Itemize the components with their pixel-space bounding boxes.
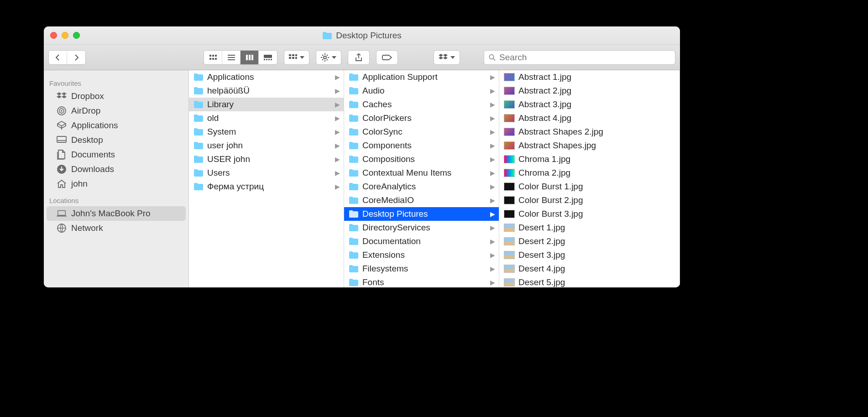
folder-row[interactable]: ColorPickers▶ — [344, 111, 499, 125]
row-label: Documentation — [362, 236, 421, 246]
close-button[interactable] — [50, 32, 57, 39]
folder-row[interactable]: USER john▶ — [189, 152, 344, 166]
search-input[interactable] — [499, 52, 670, 63]
row-label: old — [207, 113, 219, 123]
folder-row[interactable]: Desktop Pictures▶ — [344, 207, 499, 221]
folder-row[interactable]: helpäöüßÜ▶ — [189, 84, 344, 98]
folder-row[interactable]: DirectoryServices▶ — [344, 221, 499, 235]
row-label: Library — [207, 99, 234, 109]
file-row[interactable]: Abstract 2.jpg — [499, 84, 680, 98]
image-thumbnail — [504, 182, 515, 191]
folder-row[interactable]: Compositions▶ — [344, 152, 499, 166]
airdrop-icon — [57, 106, 67, 116]
file-row[interactable]: Chroma 1.jpg — [499, 152, 680, 166]
folder-row[interactable]: System▶ — [189, 125, 344, 139]
sidebar-item-applications[interactable]: Applications — [47, 118, 186, 133]
sidebar-item-documents[interactable]: Documents — [47, 147, 186, 162]
file-row[interactable]: Desert 4.jpg — [499, 262, 680, 276]
file-row[interactable]: Desert 2.jpg — [499, 235, 680, 248]
folder-row[interactable]: Filesystems▶ — [344, 262, 499, 276]
folder-row[interactable]: Caches▶ — [344, 98, 499, 111]
folder-row[interactable]: Extensions▶ — [344, 248, 499, 262]
folder-row[interactable]: CoreAnalytics▶ — [344, 180, 499, 193]
chevron-right-icon: ▶ — [490, 115, 495, 122]
action-button[interactable] — [316, 50, 341, 65]
tag-icon — [382, 54, 392, 61]
arrange-button[interactable] — [284, 50, 309, 65]
chevron-right-icon: ▶ — [490, 183, 495, 190]
minimize-button[interactable] — [62, 32, 68, 39]
chevron-right-icon: ▶ — [335, 73, 340, 81]
row-label: Chroma 2.jpg — [518, 168, 570, 178]
svg-rect-41 — [57, 216, 67, 217]
documents-icon — [57, 150, 67, 160]
sidebar-item-john-s-macbook-pro[interactable]: John's MacBook Pro — [47, 206, 186, 221]
chevron-right-icon: ▶ — [490, 197, 495, 204]
zoom-button[interactable] — [73, 32, 80, 39]
file-row[interactable]: Color Burst 3.jpg — [499, 207, 680, 221]
chevron-right-icon: ▶ — [335, 128, 340, 136]
chevron-right-icon: ▶ — [490, 265, 495, 272]
gallery-view-button[interactable] — [259, 51, 277, 64]
sidebar-item-label: Documents — [71, 150, 115, 160]
file-row[interactable]: Abstract Shapes.jpg — [499, 139, 680, 152]
folder-row[interactable]: CoreMediaIO▶ — [344, 193, 499, 207]
folder-row[interactable]: Fonts▶ — [344, 276, 499, 287]
dropbox-button[interactable] — [434, 50, 460, 65]
file-row[interactable]: Desert 3.jpg — [499, 248, 680, 262]
file-row[interactable]: Abstract 3.jpg — [499, 98, 680, 111]
tags-button[interactable] — [376, 50, 398, 65]
sidebar-item-network[interactable]: Network — [47, 221, 186, 235]
row-label: Abstract Shapes 2.jpg — [518, 127, 603, 137]
row-label: Abstract Shapes.jpg — [518, 141, 596, 151]
sidebar-item-downloads[interactable]: Downloads — [47, 162, 186, 177]
sidebar-item-airdrop[interactable]: AirDrop — [47, 104, 186, 118]
folder-icon — [193, 141, 204, 150]
folder-row[interactable]: ColorSync▶ — [344, 125, 499, 139]
folder-row[interactable]: Documentation▶ — [344, 235, 499, 248]
sidebar-item-john[interactable]: john — [47, 177, 186, 191]
folder-row[interactable]: user john▶ — [189, 139, 344, 152]
column-view-button[interactable] — [241, 51, 259, 64]
folder-row[interactable]: old▶ — [189, 111, 344, 125]
file-row[interactable]: Abstract 1.jpg — [499, 70, 680, 84]
sidebar-item-desktop[interactable]: Desktop — [47, 133, 186, 147]
file-row[interactable]: Desert 5.jpg — [499, 276, 680, 287]
file-row[interactable]: Color Burst 2.jpg — [499, 193, 680, 207]
share-button[interactable] — [348, 50, 370, 65]
file-row[interactable]: Abstract 4.jpg — [499, 111, 680, 125]
file-row[interactable]: Color Burst 1.jpg — [499, 180, 680, 193]
folder-row[interactable]: Users▶ — [189, 166, 344, 180]
home-icon — [57, 179, 67, 189]
back-button[interactable] — [49, 51, 67, 64]
downloads-icon — [57, 164, 67, 174]
forward-button[interactable] — [67, 51, 85, 64]
image-thumbnail — [504, 100, 515, 109]
row-label: Compositions — [362, 154, 415, 164]
file-row[interactable]: Chroma 2.jpg — [499, 166, 680, 180]
folder-icon — [322, 31, 332, 40]
svg-line-28 — [322, 55, 323, 56]
folder-row[interactable]: Contextual Menu Items▶ — [344, 166, 499, 180]
row-label: USER john — [207, 154, 250, 164]
folder-row[interactable]: Audio▶ — [344, 84, 499, 98]
folder-row[interactable]: Applications▶ — [189, 70, 344, 84]
share-icon — [355, 53, 362, 62]
folder-row[interactable]: Library▶ — [189, 98, 344, 111]
nav-buttons — [48, 50, 86, 65]
row-label: Abstract 3.jpg — [518, 99, 571, 109]
icon-view-button[interactable] — [204, 51, 222, 64]
list-view-button[interactable] — [222, 51, 241, 64]
search-field-container — [484, 50, 675, 65]
chevron-right-icon: ▶ — [490, 142, 495, 149]
file-row[interactable]: Desert 1.jpg — [499, 221, 680, 235]
folder-row[interactable]: Application Support▶ — [344, 70, 499, 84]
folder-row[interactable]: Ферма устриц▶ — [189, 180, 344, 193]
folder-row[interactable]: Components▶ — [344, 139, 499, 152]
search-icon — [489, 54, 496, 61]
file-row[interactable]: Abstract Shapes 2.jpg — [499, 125, 680, 139]
sidebar-item-dropbox[interactable]: Dropbox — [47, 89, 186, 104]
traffic-lights — [44, 32, 80, 39]
sidebar-item-label: john — [71, 179, 88, 189]
row-label: helpäöüßÜ — [207, 86, 250, 96]
